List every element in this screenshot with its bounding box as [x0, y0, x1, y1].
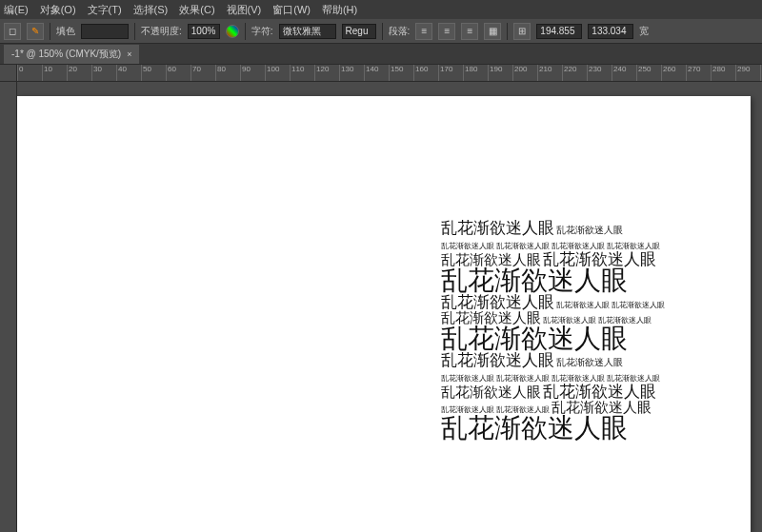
font-style-input[interactable]	[342, 24, 376, 39]
ruler-tick: 180	[463, 65, 477, 81]
ruler-horizontal[interactable]: 0102030405060708090100110120130140150160…	[17, 65, 762, 82]
align-center-icon[interactable]: ≡	[438, 23, 455, 40]
recolor-icon[interactable]	[226, 25, 239, 38]
text-run: 乱花渐欲迷人眼	[441, 242, 494, 250]
separator	[382, 23, 383, 40]
ruler-tick: 150	[389, 65, 403, 81]
paragraph-label: 段落:	[389, 25, 411, 38]
fill-label: 填色	[56, 25, 75, 38]
ruler-tick: 20	[67, 65, 77, 81]
ruler-tick: 100	[265, 65, 279, 81]
ruler-tick: 50	[141, 65, 151, 81]
separator	[245, 23, 246, 40]
align-left-icon[interactable]: ≡	[415, 23, 432, 40]
text-run: 乱花渐欲迷人眼	[441, 219, 554, 237]
menu-view[interactable]: 视图(V)	[227, 3, 262, 17]
text-run: 乱花渐欲迷人眼	[607, 374, 660, 383]
text-run: 乱花渐欲迷人眼	[441, 413, 628, 443]
align-panel-icon[interactable]: ▦	[484, 23, 501, 40]
ruler-tick: 220	[562, 65, 576, 81]
ruler-tick: 120	[314, 65, 329, 81]
menu-bar: 编(E) 对象(O) 文字(T) 选择(S) 效果(C) 视图(V) 窗口(W)…	[0, 0, 762, 19]
width-label: 宽	[639, 25, 649, 38]
text-run: 乱花渐欲迷人眼	[441, 351, 554, 369]
text-run: 乱花渐欲迷人眼	[543, 383, 656, 401]
text-run: 乱花渐欲迷人眼	[556, 357, 623, 367]
menu-effect[interactable]: 效果(C)	[179, 3, 214, 17]
ruler-tick: 0	[17, 65, 23, 81]
text-run: 乱花渐欲迷人眼	[441, 266, 628, 295]
menu-edit[interactable]: 编(E)	[4, 3, 29, 17]
opacity-input[interactable]	[188, 24, 220, 39]
y-input[interactable]	[588, 24, 633, 39]
text-run: 乱花渐欲迷人眼	[551, 374, 605, 383]
x-input[interactable]	[536, 24, 582, 39]
ruler-tick: 30	[91, 65, 102, 81]
menu-type[interactable]: 文字(T)	[88, 3, 122, 17]
ruler-tick: 80	[215, 65, 226, 81]
text-run: 乱花渐欲迷人眼	[551, 242, 605, 250]
text-run: 乱花渐欲迷人眼	[556, 301, 610, 309]
ruler-tick: 210	[537, 65, 551, 81]
ruler-tick: 190	[488, 65, 502, 81]
ruler-tick: 250	[636, 65, 651, 81]
text-run: 乱花渐欲迷人眼	[441, 384, 541, 400]
ruler-tick: 160	[413, 65, 428, 81]
ruler-tick: 110	[290, 65, 304, 81]
text-run: 乱花渐欲迷人眼	[496, 374, 550, 383]
ruler-row: 0102030405060708090100110120130140150160…	[0, 65, 762, 82]
text-run: 乱花渐欲迷人眼	[607, 242, 660, 250]
ruler-tick: 290	[735, 65, 750, 81]
brush-icon[interactable]: ✎	[27, 23, 44, 40]
ruler-tick: 280	[711, 65, 725, 81]
separator	[50, 23, 50, 40]
menu-object[interactable]: 对象(O)	[40, 3, 76, 17]
separator	[507, 23, 508, 40]
tab-title: -1* @ 150% (CMYK/预览)	[11, 48, 121, 61]
ruler-tick: 170	[438, 65, 452, 81]
ruler-tick: 200	[512, 65, 527, 81]
document-tab[interactable]: -1* @ 150% (CMYK/预览) ×	[4, 45, 139, 64]
ruler-tick: 140	[364, 65, 378, 81]
ruler-tick: 60	[166, 65, 176, 81]
align-right-icon[interactable]: ≡	[461, 23, 478, 40]
no-selection-icon: ◻	[4, 23, 21, 40]
ruler-tick: 230	[587, 65, 601, 81]
text-run: 乱花渐欲迷人眼	[496, 242, 550, 250]
menu-help[interactable]: 帮助(H)	[322, 3, 357, 17]
workspace: 乱花渐欲迷人眼乱花渐欲迷人眼 乱花渐欲迷人眼乱花渐欲迷人眼乱花渐欲迷人眼乱花渐欲…	[0, 82, 762, 532]
ruler-tick: 40	[116, 65, 127, 81]
control-bar: ◻ ✎ 填色 不透明度: 字符: 段落: ≡ ≡ ≡ ▦ ⊞ 宽	[0, 19, 762, 44]
char-label: 字符:	[251, 25, 273, 38]
ruler-tick: 240	[612, 65, 626, 81]
ruler-tick: 10	[42, 65, 52, 81]
fill-swatch[interactable]	[81, 24, 129, 39]
text-run: 乱花渐欲迷人眼	[441, 374, 494, 383]
font-family-input[interactable]	[279, 24, 336, 39]
ruler-tick: 70	[190, 65, 201, 81]
opacity-label: 不透明度:	[141, 25, 182, 38]
canvas[interactable]: 乱花渐欲迷人眼乱花渐欲迷人眼 乱花渐欲迷人眼乱花渐欲迷人眼乱花渐欲迷人眼乱花渐欲…	[17, 82, 762, 532]
separator	[134, 23, 135, 40]
text-run: 乱花渐欲迷人眼	[441, 324, 628, 353]
ruler-vertical[interactable]	[0, 82, 17, 532]
close-icon[interactable]: ×	[127, 49, 131, 59]
ruler-tick: 130	[339, 65, 353, 81]
artboard[interactable]: 乱花渐欲迷人眼乱花渐欲迷人眼 乱花渐欲迷人眼乱花渐欲迷人眼乱花渐欲迷人眼乱花渐欲…	[17, 96, 751, 532]
menu-select[interactable]: 选择(S)	[133, 3, 169, 17]
ruler-tick: 260	[661, 65, 675, 81]
document-tabs: -1* @ 150% (CMYK/预览) ×	[0, 44, 762, 65]
text-composition[interactable]: 乱花渐欲迷人眼乱花渐欲迷人眼 乱花渐欲迷人眼乱花渐欲迷人眼乱花渐欲迷人眼乱花渐欲…	[441, 220, 727, 442]
ruler-tick: 270	[686, 65, 700, 81]
text-run: 乱花渐欲迷人眼	[612, 301, 665, 309]
menu-window[interactable]: 窗口(W)	[272, 3, 311, 17]
text-run: 乱花渐欲迷人眼	[441, 293, 554, 311]
ruler-corner	[0, 65, 17, 82]
ruler-tick: 90	[240, 65, 251, 81]
transform-icon[interactable]: ⊞	[513, 23, 531, 40]
text-run: 乱花渐欲迷人眼	[556, 225, 623, 235]
